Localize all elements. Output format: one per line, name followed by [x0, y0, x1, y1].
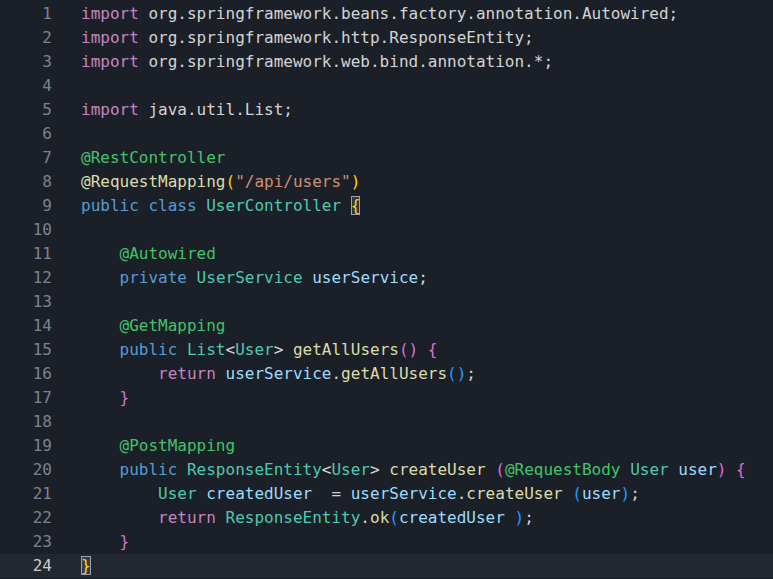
code-line[interactable]: 3import org.springframework.web.bind.ann… [0, 50, 773, 74]
code-token: ) [515, 508, 525, 527]
code-token: ( [447, 364, 457, 383]
code-line[interactable]: 18 [0, 410, 773, 434]
code-line[interactable]: 15 public List<User> getAllUsers() { [0, 338, 773, 362]
line-number[interactable]: 18 [0, 410, 52, 434]
code-line[interactable]: 13 [0, 290, 773, 314]
code-token: ok [370, 508, 389, 527]
code-line[interactable]: 19 @PostMapping [0, 434, 773, 458]
line-number[interactable]: 13 [0, 290, 52, 314]
code-content: public ResponseEntity<User> createUser (… [81, 458, 773, 482]
code-token: createUser [466, 484, 562, 503]
code-content: @PostMapping [81, 434, 773, 458]
code-line[interactable]: 11 @Autowired [0, 242, 773, 266]
code-content: public class UserController { [81, 194, 773, 218]
line-number[interactable]: 24 [0, 554, 52, 578]
line-number[interactable]: 5 [0, 98, 52, 122]
code-line[interactable]: 23 } [0, 530, 773, 554]
code-token: org.springframework.web.bind.annotation.… [139, 52, 553, 71]
code-line[interactable]: 24} [0, 554, 773, 578]
code-token: User [331, 460, 370, 479]
line-number[interactable]: 16 [0, 362, 52, 386]
code-token: . [457, 484, 467, 503]
code-token: createdUser [206, 484, 312, 503]
code-line[interactable]: 10 [0, 218, 773, 242]
code-line[interactable]: 17 } [0, 386, 773, 410]
code-token [197, 196, 207, 215]
code-token [216, 508, 226, 527]
code-line[interactable]: 5import java.util.List; [0, 98, 773, 122]
code-content: } [81, 554, 773, 578]
code-token: private [120, 268, 187, 287]
line-number[interactable]: 8 [0, 170, 52, 194]
code-line[interactable]: 16 return userService.getAllUsers(); [0, 362, 773, 386]
code-token [177, 460, 187, 479]
code-line[interactable]: 6 [0, 122, 773, 146]
code-token [81, 316, 120, 335]
code-content: import org.springframework.beans.factory… [81, 2, 773, 26]
code-line[interactable]: 21 User createdUser = userService.create… [0, 482, 773, 506]
code-token: { [736, 460, 746, 479]
line-number[interactable]: 19 [0, 434, 52, 458]
code-line[interactable]: 9public class UserController { [0, 194, 773, 218]
code-token [726, 460, 736, 479]
line-number[interactable]: 1 [0, 2, 52, 26]
code-line[interactable]: 4 [0, 74, 773, 98]
code-token [81, 436, 120, 455]
line-number[interactable]: 17 [0, 386, 52, 410]
line-number[interactable]: 14 [0, 314, 52, 338]
code-token [81, 388, 120, 407]
code-content: @Autowired [81, 242, 773, 266]
code-line[interactable]: 20 public ResponseEntity<User> createUse… [0, 458, 773, 482]
line-number[interactable]: 3 [0, 50, 52, 74]
code-line[interactable]: 1import org.springframework.beans.factor… [0, 2, 773, 26]
code-token: import [81, 28, 139, 47]
code-line[interactable]: 8@RequestMapping("/api/users") [0, 170, 773, 194]
code-token [341, 196, 351, 215]
code-line[interactable]: 22 return ResponseEntity.ok(createdUser … [0, 506, 773, 530]
line-number[interactable]: 10 [0, 218, 52, 242]
line-number[interactable]: 20 [0, 458, 52, 482]
code-token [418, 340, 428, 359]
code-line[interactable]: 2import org.springframework.http.Respons… [0, 26, 773, 50]
code-token [81, 364, 158, 383]
line-number[interactable]: 4 [0, 74, 52, 98]
code-token: ( [226, 172, 236, 191]
code-token: = [312, 484, 351, 503]
code-line[interactable]: 12 private UserService userService; [0, 266, 773, 290]
line-number[interactable]: 23 [0, 530, 52, 554]
code-token [197, 484, 207, 503]
code-token: } [120, 388, 130, 407]
code-token: import [81, 100, 139, 119]
line-number[interactable]: 9 [0, 194, 52, 218]
code-token: @Autowired [120, 244, 216, 263]
code-line[interactable]: 14 @GetMapping [0, 314, 773, 338]
matched-bracket: } [81, 556, 91, 575]
line-number[interactable]: 15 [0, 338, 52, 362]
code-editor[interactable]: 1import org.springframework.beans.factor… [0, 0, 773, 579]
code-token: @RestController [81, 148, 226, 167]
line-number[interactable]: 22 [0, 506, 52, 530]
code-token: @PostMapping [120, 436, 236, 455]
code-token [81, 484, 158, 503]
code-content: } [81, 530, 773, 554]
code-line[interactable]: 7@RestController [0, 146, 773, 170]
code-token [303, 268, 313, 287]
code-token: import [81, 52, 139, 71]
code-token [81, 532, 120, 551]
code-token: . [331, 364, 341, 383]
code-token: ResponseEntity [226, 508, 361, 527]
code-token: ) [409, 340, 419, 359]
line-number[interactable]: 6 [0, 122, 52, 146]
line-number[interactable]: 11 [0, 242, 52, 266]
line-number[interactable]: 12 [0, 266, 52, 290]
code-token: User [630, 460, 669, 479]
code-token [505, 508, 515, 527]
code-token: { [428, 340, 438, 359]
code-token [669, 460, 679, 479]
code-token [563, 484, 573, 503]
code-token: public class [81, 196, 197, 215]
line-number[interactable]: 21 [0, 482, 52, 506]
line-number[interactable]: 2 [0, 26, 52, 50]
line-number[interactable]: 7 [0, 146, 52, 170]
code-token: userService [351, 484, 457, 503]
